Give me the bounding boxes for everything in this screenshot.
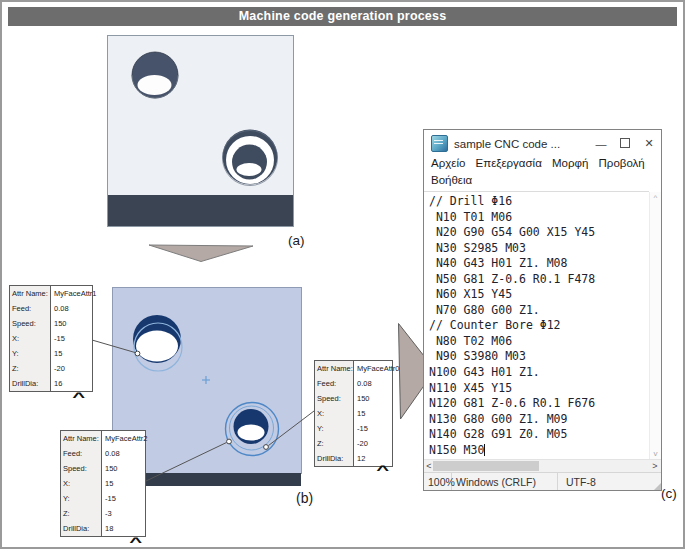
model-a-block [107,35,294,227]
attr-label: X: [10,331,51,346]
down-arrow-icon [149,245,253,262]
attr-label: X: [61,476,102,491]
code-line: N90 S3980 M03 [429,349,649,365]
attr-table-myfaceattr1: Attr Name:MyFaceAttr1Feed:0.08Speed:150X… [9,285,93,392]
attr-label: Attr Name: [315,361,354,376]
attr-value: 150 [51,319,67,328]
menu-bar: Αρχείο Επεξεργασία Μορφή Προβολή [424,157,661,169]
attr-value: 15 [102,479,113,488]
counterbore-hole-a [223,130,278,186]
label-c: (c) [661,486,677,501]
attr-label: X: [315,406,354,421]
attr-label: Speed: [61,461,102,476]
code-line: N120 G81 Z-0.6 R0.1 F676 [429,396,649,412]
code-line: N130 G80 G00 Z1. M09 [429,412,649,428]
label-a: (a) [288,233,305,248]
attr-row: Attr Name:MyFaceAttr0 [315,361,392,376]
attr-row: Z:-20 [315,436,392,451]
attr-value: 18 [102,524,113,533]
menu-format[interactable]: Μορφή [552,157,588,169]
text-cursor [484,444,485,456]
collapse-caret-icon[interactable]: ^ [376,462,389,477]
attr-value: 150 [354,394,370,403]
drill-hole-b-selected[interactable] [133,315,182,371]
attr-label: Y: [61,491,102,506]
attr-label: Y: [10,346,51,361]
code-line: N110 X45 Y15 [429,381,649,397]
attr-row: Y:-15 [315,421,392,436]
figure-canvas: Machine code generation process [0,0,685,549]
encoding: UTF-8 [558,473,661,490]
attr-value: -15 [51,334,65,343]
resize-grip-icon[interactable] [654,483,661,490]
counterbore-hole-b-selected[interactable] [226,403,279,456]
code-area[interactable]: // Drill Φ16 N10 T01 M06 N20 G90 G54 G00… [424,191,649,459]
label-b: (b) [296,490,313,506]
code-line: N150 M30 [429,443,649,459]
attr-row: Y:15 [10,346,92,361]
attr-row: Feed:0.08 [315,376,392,391]
notepad-window: sample CNC code ... — ✕ Αρχείο Επεξεργασ… [423,129,662,491]
collapse-caret-icon[interactable]: ^ [72,389,85,404]
attr-row: Speed:150 [10,316,92,331]
attr-value: -15 [102,494,116,503]
code-line: N20 G90 G54 G00 X15 Y45 [429,225,649,241]
attr-value: -15 [354,424,368,433]
attr-table-myfaceattr2: Attr Name:MyFaceAttr2Feed:0.08Speed:150X… [60,430,146,537]
attr-row: Z:-20 [10,361,92,376]
attr-label: Speed: [10,316,51,331]
attr-row: Feed:0.08 [61,446,145,461]
collapse-caret-icon[interactable]: ^ [129,534,142,549]
attr-row: Speed:150 [315,391,392,406]
zoom-level: 100% [424,473,452,490]
notepad-titlebar[interactable]: sample CNC code ... — ✕ [424,130,661,157]
scroll-down-icon[interactable]: v [650,449,661,458]
attr-value: 15 [51,349,62,358]
attr-row: X:15 [315,406,392,421]
figure-title: Machine code generation process [8,7,677,26]
menu-file[interactable]: Αρχείο [431,157,465,169]
line-ending: Windows (CRLF) [452,473,558,490]
attr-value: MyFaceAttr1 [51,289,97,298]
attr-label: Feed: [315,376,354,391]
attr-row: Y:-15 [61,491,145,506]
model-a-holes [108,36,295,227]
horizontal-scrollbar[interactable]: < > [424,459,661,472]
attr-label: Z: [10,361,51,376]
attr-label: Speed: [315,391,354,406]
attr-row: Speed:150 [61,461,145,476]
code-line: N40 G43 H01 Z1. M08 [429,256,649,272]
attr-value: 16 [51,379,62,388]
close-button[interactable]: ✕ [637,137,661,150]
code-line: // Drill Φ16 [429,194,649,210]
maximize-button[interactable] [613,138,637,150]
drill-hole-a [132,52,178,98]
code-line: N100 G43 H01 Z1. [429,365,649,381]
attr-row: Z:-3 [61,506,145,521]
attr-value: 12 [354,454,365,463]
attr-table-myfaceattr0: Attr Name:MyFaceAttr0Feed:0.08Speed:150X… [314,360,393,467]
menu-help[interactable]: Βοήθεια [431,174,472,186]
attr-value: 0.08 [51,304,69,313]
maximize-icon [620,138,630,148]
attr-label: Attr Name: [61,431,102,446]
menu-edit[interactable]: Επεξεργασία [476,157,542,169]
attr-value: 0.08 [354,379,372,388]
menu-view[interactable]: Προβολή [599,157,645,169]
attr-row: Feed:0.08 [10,301,92,316]
vertical-scrollbar[interactable]: ^ v [649,192,661,459]
attr-value: MyFaceAttr0 [354,364,400,373]
attr-label: Attr Name: [10,286,51,301]
status-bar: 100% Windows (CRLF) UTF-8 [424,472,661,490]
origin-marker-icon [202,376,210,384]
attr-label: DrillDia: [61,521,102,536]
attr-value: 150 [102,464,118,473]
scroll-right-icon[interactable]: > [650,460,660,472]
code-line: N80 T02 M06 [429,334,649,350]
code-line: N70 G80 G00 Z1. [429,303,649,319]
scrollbar-thumb[interactable] [433,461,539,471]
scroll-up-icon[interactable]: ^ [650,193,661,202]
menu-bar-row2: Βοήθεια [424,174,661,186]
minimize-button[interactable]: — [589,138,613,150]
attr-label: DrillDia: [10,376,51,391]
